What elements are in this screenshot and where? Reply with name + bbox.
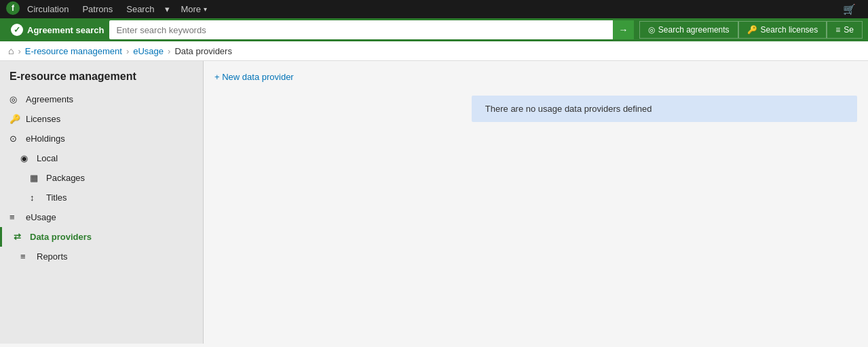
home-icon[interactable]: ⌂ [8,45,14,56]
licenses-icon: 🔑 [10,114,20,124]
search-agreements-button[interactable]: ◎ Search agreements [639,21,738,39]
new-data-provider-button[interactable]: + New data provider [214,72,294,82]
breadcrumb-eusage[interactable]: eUsage [133,46,164,56]
breadcrumb-eresource[interactable]: E-resource management [25,46,122,56]
search-shortcuts: ◎ Search agreements 🔑 Search licenses ≡ … [639,21,863,39]
nav-item-dropdown[interactable]: ▾ [161,0,174,18]
sidebar-title: E-resource management [0,61,203,89]
agreements-icon: ◎ [10,94,20,104]
local-icon: ◉ [20,153,31,163]
empty-state-banner: There are no usage data providers define… [472,96,857,122]
packages-icon: ▦ [30,173,41,183]
breadcrumb: ⌂ › E-resource management › eUsage › Dat… [0,41,868,61]
search-input-wrapper: → [109,20,633,39]
search-se-button[interactable]: ≡ Se [827,21,863,39]
cart-button[interactable]: 🛒 [836,3,863,16]
search-agreements-icon: ◎ [648,25,655,35]
search-bar: ✓ Agreement search → ◎ Search agreements… [0,18,868,41]
chevron-down-icon: ▾ [165,4,170,14]
search-input[interactable] [109,20,613,39]
chevron-down-icon: ▾ [204,5,207,13]
search-licenses-button[interactable]: 🔑 Search licenses [738,21,827,39]
nav-item-more[interactable]: More ▾ [174,0,214,18]
top-navigation: f Circulation Patrons Search ▾ More ▾ 🛒 [0,0,868,18]
sidebar: E-resource management ◎ Agreements 🔑 Lic… [0,61,204,344]
folio-logo[interactable]: f [5,1,20,18]
sidebar-item-packages[interactable]: ▦ Packages [0,168,203,188]
data-providers-icon: ⇄ [14,232,24,242]
main-layout: E-resource management ◎ Agreements 🔑 Lic… [0,61,868,344]
reports-icon: ≡ [20,251,31,262]
sidebar-item-eholdings[interactable]: ⊙ eHoldings [0,129,203,148]
sidebar-item-local[interactable]: ◉ Local [0,148,203,168]
sidebar-item-eusage[interactable]: ≡ eUsage [0,207,203,227]
eholdings-icon: ⊙ [10,134,20,144]
main-content: + New data provider There are no usage d… [204,61,868,344]
breadcrumb-current: Data providers [174,46,232,56]
breadcrumb-separator: › [18,46,20,56]
search-module-label: ✓ Agreement search [5,24,109,36]
nav-item-patrons[interactable]: Patrons [75,0,119,18]
breadcrumb-separator: › [126,46,129,56]
sidebar-item-data-providers[interactable]: ⇄ Data providers [0,227,203,247]
search-go-button[interactable]: → [613,20,634,39]
sidebar-item-titles[interactable]: ↕ Titles [0,188,203,207]
sidebar-item-licenses[interactable]: 🔑 Licenses [0,109,203,129]
nav-item-circulation[interactable]: Circulation [20,0,75,18]
nav-item-search[interactable]: Search [119,0,161,18]
breadcrumb-separator: › [168,46,170,56]
list-icon: ≡ [835,25,840,35]
key-icon: 🔑 [747,25,757,35]
eusage-icon: ≡ [10,212,20,222]
sidebar-item-agreements[interactable]: ◎ Agreements [0,89,203,109]
sidebar-item-reports[interactable]: ≡ Reports [0,247,203,266]
check-circle-icon: ✓ [11,24,23,36]
titles-icon: ↕ [30,192,41,203]
